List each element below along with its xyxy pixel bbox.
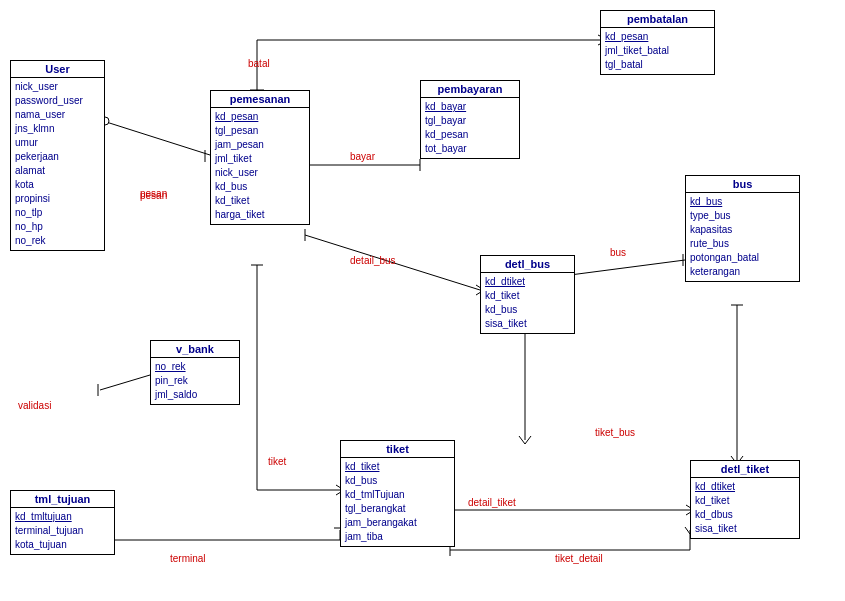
field-kota-tujuan: kota_tujuan [15, 538, 110, 552]
field-jam-pesan: jam_pesan [215, 138, 305, 152]
entity-bus-fields: kd_bus type_bus kapasitas rute_bus poton… [686, 193, 799, 281]
label-tiket: tiket [268, 456, 286, 467]
entity-pemesanan-title: pemesanan [211, 91, 309, 108]
entity-tiket: tiket kd_tiket kd_bus kd_tmlTujuan tgl_b… [340, 440, 455, 547]
field-alamat: alamat [15, 164, 100, 178]
field-dt-sisa-tiket: sisa_tiket [695, 522, 795, 536]
field-tot-bayar: tot_bayar [425, 142, 515, 156]
entity-pemesanan-fields: kd_pesan tgl_pesan jam_pesan jml_tiket n… [211, 108, 309, 224]
entity-tml-tujuan-title: tml_tujuan [11, 491, 114, 508]
svg-line-23 [100, 375, 150, 390]
field-propinsi: propinsi [15, 192, 100, 206]
entity-v-bank: v_bank no_rek pin_rek jml_saldo [150, 340, 240, 405]
field-no-tlp: no_tlp [15, 206, 100, 220]
label-batal: batal [248, 58, 270, 69]
field-tgl-berangkat: tgl_berangkat [345, 502, 450, 516]
field-kd-pesan: kd_pesan [215, 110, 305, 124]
label-bus: bus [610, 247, 626, 258]
label-tiket-bus: tiket_bus [595, 427, 635, 438]
field-jml-tiket-batal: jml_tiket_batal [605, 44, 710, 58]
svg-line-0 [100, 120, 210, 155]
field-kota: kota [15, 178, 100, 192]
entity-detl-tiket: detl_tiket kd_dtiket kd_tiket kd_dbus si… [690, 460, 800, 539]
field-rute-bus: rute_bus [690, 237, 795, 251]
field-db-kd-bus: kd_bus [485, 303, 570, 317]
field-keterangan: keterangan [690, 265, 795, 279]
field-kd-bus-fk: kd_bus [215, 180, 305, 194]
label-pesan-text: pesan [140, 188, 167, 199]
field-jml-tiket: jml_tiket [215, 152, 305, 166]
field-dt-kd-tiket: kd_tiket [695, 494, 795, 508]
entity-pemesanan: pemesanan kd_pesan tgl_pesan jam_pesan j… [210, 90, 310, 225]
entity-user-title: User [11, 61, 104, 78]
entity-bus-title: bus [686, 176, 799, 193]
entity-detl-tiket-fields: kd_dtiket kd_tiket kd_dbus sisa_tiket [691, 478, 799, 538]
field-no-rek: no_rek [15, 234, 100, 248]
field-jam-tiba: jam_tiba [345, 530, 450, 544]
field-potongan-batal: potongan_batal [690, 251, 795, 265]
field-db-kd-dtiket: kd_dtiket [485, 275, 570, 289]
field-kd-tmltujuan: kd_tmlTujuan [345, 488, 450, 502]
label-terminal: terminal [170, 553, 206, 564]
field-kd-tiket-fk: kd_tiket [215, 194, 305, 208]
field-pb-kd-pesan: kd_pesan [605, 30, 710, 44]
svg-line-33 [519, 436, 525, 444]
field-tk-kd-tiket: kd_tiket [345, 460, 450, 474]
field-umur: umur [15, 136, 100, 150]
field-py-kd-pesan: kd_pesan [425, 128, 515, 142]
erd-diagram: User nick_user password_user nama_user j… [0, 0, 845, 601]
field-password-user: password_user [15, 94, 100, 108]
field-tgl-pesan: tgl_pesan [215, 124, 305, 138]
entity-pembatalan: pembatalan kd_pesan jml_tiket_batal tgl_… [600, 10, 715, 75]
field-pin-rek: pin_rek [155, 374, 235, 388]
entity-v-bank-fields: no_rek pin_rek jml_saldo [151, 358, 239, 404]
field-db-kd-tiket: kd_tiket [485, 289, 570, 303]
svg-line-15 [570, 260, 685, 275]
label-bayar: bayar [350, 151, 375, 162]
entity-tiket-fields: kd_tiket kd_bus kd_tmlTujuan tgl_berangk… [341, 458, 454, 546]
field-jns-klmn: jns_klmn [15, 122, 100, 136]
entity-bus: bus kd_bus type_bus kapasitas rute_bus p… [685, 175, 800, 282]
field-terminal-tujuan: terminal_tujuan [15, 524, 110, 538]
entity-pembayaran-fields: kd_bayar tgl_bayar kd_pesan tot_bayar [421, 98, 519, 158]
field-dt-kd-dtiket: kd_dtiket [695, 480, 795, 494]
entity-detl-bus-fields: kd_dtiket kd_tiket kd_bus sisa_tiket [481, 273, 574, 333]
entity-user-fields: nick_user password_user nama_user jns_kl… [11, 78, 104, 250]
label-tiket-detail: tiket_detail [555, 553, 603, 564]
entity-detl-tiket-title: detl_tiket [691, 461, 799, 478]
field-tgl-batal: tgl_batal [605, 58, 710, 72]
entity-v-bank-title: v_bank [151, 341, 239, 358]
entity-user: User nick_user password_user nama_user j… [10, 60, 105, 251]
field-dt-kd-dbus: kd_dbus [695, 508, 795, 522]
field-nama-user: nama_user [15, 108, 100, 122]
field-harga-tiket: harga_tiket [215, 208, 305, 222]
field-tgl-bayar: tgl_bayar [425, 114, 515, 128]
field-kapasitas: kapasitas [690, 223, 795, 237]
field-no-hp: no_hp [15, 220, 100, 234]
field-kd-bus: kd_bus [690, 195, 795, 209]
entity-tml-tujuan-fields: kd_tmltujuan terminal_tujuan kota_tujuan [11, 508, 114, 554]
entity-detl-bus-title: detl_bus [481, 256, 574, 273]
entity-pembatalan-fields: kd_pesan jml_tiket_batal tgl_batal [601, 28, 714, 74]
entity-tml-tujuan: tml_tujuan kd_tmltujuan terminal_tujuan … [10, 490, 115, 555]
entity-pembayaran: pembayaran kd_bayar tgl_bayar kd_pesan t… [420, 80, 520, 159]
svg-line-34 [525, 436, 531, 444]
label-validasi: validasi [18, 400, 51, 411]
field-jam-berangakat: jam_berangakat [345, 516, 450, 530]
field-vb-no-rek: no_rek [155, 360, 235, 374]
entity-pembatalan-title: pembatalan [601, 11, 714, 28]
field-pekerjaan: pekerjaan [15, 150, 100, 164]
field-kd-tmltujuan: kd_tmltujuan [15, 510, 110, 524]
entity-detl-bus: detl_bus kd_dtiket kd_tiket kd_bus sisa_… [480, 255, 575, 334]
field-kd-bayar: kd_bayar [425, 100, 515, 114]
field-db-sisa-tiket: sisa_tiket [485, 317, 570, 331]
field-type-bus: type_bus [690, 209, 795, 223]
field-nick-user: nick_user [15, 80, 100, 94]
field-tk-kd-bus: kd_bus [345, 474, 450, 488]
label-detail-bus: detail_bus [350, 255, 396, 266]
field-nick-user-fk: nick_user [215, 166, 305, 180]
entity-pembayaran-title: pembayaran [421, 81, 519, 98]
field-jml-saldo: jml_saldo [155, 388, 235, 402]
entity-tiket-title: tiket [341, 441, 454, 458]
label-detail-tiket: detail_tiket [468, 497, 516, 508]
